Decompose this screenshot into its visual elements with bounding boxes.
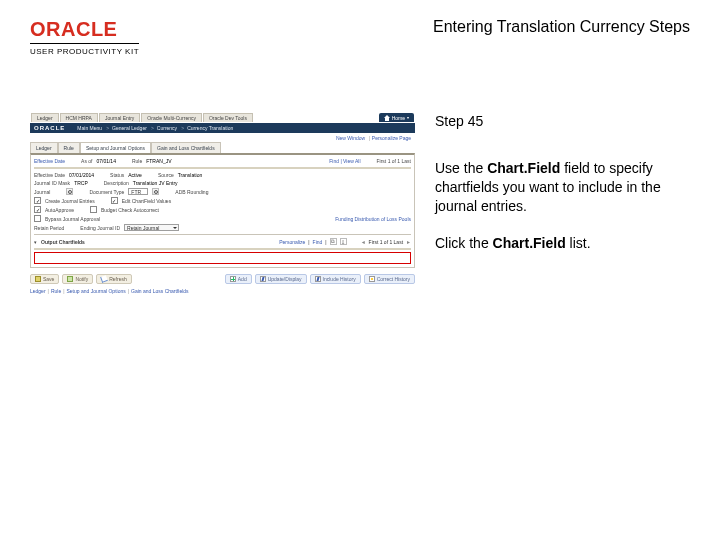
new-window-link[interactable]: New Window bbox=[336, 135, 365, 141]
home-icon bbox=[384, 115, 390, 121]
browser-tab[interactable]: Ledger bbox=[31, 113, 59, 122]
tab-setup-journal[interactable]: Setup and Journal Options bbox=[80, 142, 151, 153]
breadcrumb-item[interactable]: Currency bbox=[157, 125, 177, 131]
include-history-label: Include History bbox=[323, 276, 356, 282]
mini-app: Ledger HCM HRPA Journal Entry Oracle Mul… bbox=[30, 112, 415, 294]
save-icon bbox=[35, 276, 41, 282]
create-journal-entries-checkbox[interactable]: ✓ bbox=[34, 197, 41, 204]
lookup-icon[interactable] bbox=[152, 188, 159, 195]
footer-tab-link[interactable]: Ledger bbox=[30, 288, 46, 294]
form-row: Effective Date 07/01/2014 Status Active … bbox=[34, 171, 411, 179]
refresh-button[interactable]: Refresh bbox=[96, 274, 132, 284]
footer-tab-links: Ledger|Rule|Setup and Journal Options|Ga… bbox=[30, 288, 415, 294]
browser-tab[interactable]: HCM HRPA bbox=[60, 113, 98, 122]
eff-date-value: 07/01/2014 bbox=[69, 172, 94, 178]
update-display-label: Update/Display bbox=[268, 276, 302, 282]
find-link[interactable]: Find bbox=[313, 239, 323, 245]
source-value: Translation bbox=[178, 172, 203, 178]
instruction-text: list. bbox=[566, 235, 591, 251]
asof-label: As of bbox=[81, 158, 92, 164]
last-icon[interactable]: ► bbox=[406, 239, 411, 245]
form-row: Retain Period Ending Journal ID Retain J… bbox=[34, 223, 411, 232]
browser-tab[interactable]: Journal Entry bbox=[99, 113, 140, 122]
chartfield-dropdown[interactable] bbox=[34, 252, 411, 264]
output-chartfields-label: Output Chartfields bbox=[41, 239, 85, 245]
add-label: Add bbox=[238, 276, 247, 282]
update-display-button[interactable]: Update/Display bbox=[255, 274, 307, 284]
journal-id-mask-value: TRCP bbox=[74, 180, 88, 186]
retain-period-label: Retain Period bbox=[34, 225, 64, 231]
page-utility-links: New Window Personalize Page bbox=[30, 133, 415, 141]
breadcrumb-item[interactable]: Main Menu bbox=[77, 125, 102, 131]
effective-date-link[interactable]: Effective Date bbox=[34, 158, 65, 164]
period-row: Effective Date As of 07/01/14 Rule FTRAN… bbox=[34, 157, 411, 165]
correct-history-label: Correct History bbox=[377, 276, 410, 282]
status-label: Status bbox=[110, 172, 124, 178]
autoapprove-checkbox[interactable]: ✓ bbox=[34, 206, 41, 213]
personalize-page-link[interactable]: Personalize Page bbox=[369, 135, 411, 141]
form-row: Bypass Journal Approval Funding Distribu… bbox=[34, 214, 411, 223]
instruction-bold: Chart.Field bbox=[487, 160, 560, 176]
chevron-down-icon: ▾ bbox=[407, 115, 409, 120]
browser-tab[interactable]: Oracle Multi-Currency bbox=[141, 113, 202, 122]
notify-label: Notify bbox=[75, 276, 88, 282]
include-history-button[interactable]: Include History bbox=[310, 274, 361, 284]
notify-button[interactable]: Notify bbox=[62, 274, 93, 284]
browser-tab[interactable]: Oracle Dev Tools bbox=[203, 113, 253, 122]
instruction-paragraph: Click the Chart.Field list. bbox=[435, 234, 690, 253]
add-button[interactable]: Add bbox=[225, 274, 252, 284]
breadcrumb-item[interactable]: Currency Translation bbox=[187, 125, 233, 131]
form-row: Journal ID Mask TRCP Description Transla… bbox=[34, 179, 411, 187]
app-logo: ORACLE bbox=[34, 125, 65, 131]
download-icon[interactable]: ⇩ bbox=[340, 238, 347, 245]
update-icon bbox=[260, 276, 266, 282]
footer-tab-link[interactable]: Setup and Journal Options bbox=[67, 288, 126, 294]
save-button[interactable]: Save bbox=[30, 274, 59, 284]
section-header: ▾ Output Chartfields Personalize | Find … bbox=[34, 237, 411, 246]
step-label: Step 45 bbox=[435, 112, 690, 131]
description-value: Translation JV Entry bbox=[133, 180, 178, 186]
find-viewall-link[interactable]: Find | View All bbox=[329, 158, 360, 164]
footer-tab-link[interactable]: Rule bbox=[51, 288, 61, 294]
add-icon bbox=[230, 276, 236, 282]
description-label: Description bbox=[104, 180, 129, 186]
rule-value: FTRAN_JV bbox=[146, 158, 171, 164]
correct-history-button[interactable]: Correct History bbox=[364, 274, 415, 284]
adb-rounding-label: ADB Rounding bbox=[175, 189, 208, 195]
brand-logo: ORACLE bbox=[30, 18, 139, 41]
funding-distribution-link[interactable]: Funding Distribution of Loss Pools bbox=[335, 216, 411, 222]
edit-chartfield-values-label: Edit ChartField Values bbox=[122, 198, 171, 204]
form-row: ✓ AutoApprove Budget Check Autocorrect bbox=[34, 205, 411, 214]
refresh-icon bbox=[100, 275, 108, 283]
doc-type-label: Document Type bbox=[89, 189, 124, 195]
breadcrumb-item[interactable]: General Ledger bbox=[112, 125, 147, 131]
tab-gain-loss[interactable]: Gain and Loss Chartfields bbox=[151, 142, 221, 153]
instruction-panel: Step 45 Use the Chart.Field field to spe… bbox=[435, 112, 690, 294]
pager-text: First 1 of 1 Last bbox=[369, 239, 403, 245]
retain-journal-dropdown[interactable]: Retain Journal bbox=[124, 224, 179, 231]
instruction-bold: Chart.Field bbox=[493, 235, 566, 251]
tab-rule[interactable]: Rule bbox=[58, 142, 80, 153]
home-button[interactable]: Home ▾ bbox=[379, 113, 414, 122]
first-icon[interactable]: ◄ bbox=[361, 239, 366, 245]
collapse-icon[interactable]: ▾ bbox=[34, 239, 37, 245]
zoom-icon[interactable]: ⧉ bbox=[330, 238, 337, 245]
status-value: Active bbox=[128, 172, 142, 178]
pager-text: First 1 of 1 Last bbox=[377, 158, 411, 164]
action-buttons: Save Notify Refresh Add Update/Display I… bbox=[30, 274, 415, 284]
history-icon bbox=[315, 276, 321, 282]
form-row: ✓ Create Journal Entries ✓ Edit ChartFie… bbox=[34, 196, 411, 205]
save-label: Save bbox=[43, 276, 54, 282]
lookup-icon[interactable] bbox=[66, 188, 73, 195]
app-banner: ORACLE Main Menu General Ledger Currency… bbox=[30, 123, 415, 133]
edit-chartfield-values-checkbox[interactable]: ✓ bbox=[111, 197, 118, 204]
tab-ledger[interactable]: Ledger bbox=[30, 142, 58, 153]
grid-toolbar: Personalize | Find | ⧉ ⇩ ◄ First 1 of 1 … bbox=[279, 238, 411, 245]
bypass-approval-checkbox[interactable] bbox=[34, 215, 41, 222]
personalize-link[interactable]: Personalize bbox=[279, 239, 305, 245]
footer-tab-link[interactable]: Gain and Loss Chartfields bbox=[131, 288, 189, 294]
page-title: Entering Translation Currency Steps bbox=[433, 18, 690, 36]
budget-check-checkbox[interactable] bbox=[90, 206, 97, 213]
doc-type-input[interactable]: FTR bbox=[128, 188, 148, 195]
retain-label: Ending Journal ID bbox=[80, 225, 120, 231]
